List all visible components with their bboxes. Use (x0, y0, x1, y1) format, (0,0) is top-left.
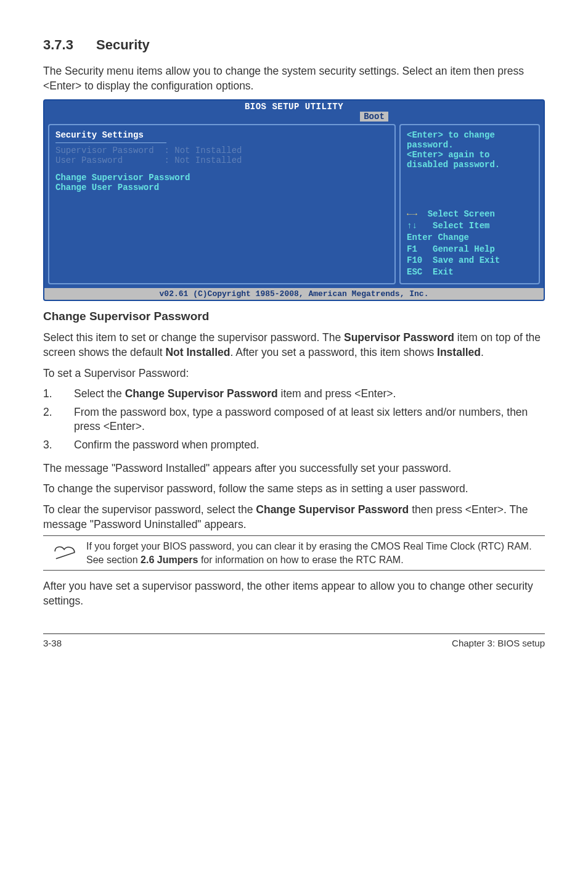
page-number: 3-38 (43, 638, 62, 648)
section-intro: The Security menu items allow you to cha… (43, 64, 545, 93)
bios-row-label: User Password (55, 155, 123, 165)
section-number: 3.7.3 (43, 37, 96, 53)
bios-key-help: ←→ Select Screen ↑↓ Select Item Enter Ch… (407, 208, 533, 278)
bios-key-label: General Help (433, 244, 495, 254)
bios-item-change-supervisor: Change Supervisor Password (55, 173, 388, 183)
step-number: 2. (43, 405, 74, 434)
bios-title: BIOS SETUP UTILITY (44, 101, 544, 112)
page-footer: 3-38 Chapter 3: BIOS setup (43, 633, 545, 648)
bios-key-label: Save and Exit (433, 255, 500, 265)
list-item: 2. From the password box, type a passwor… (43, 405, 545, 434)
section-heading: 3.7.3Security (43, 37, 545, 53)
paragraph-3: The message "Password Installed" appears… (43, 461, 545, 476)
bios-row-user: User Password : Not Installed (55, 155, 388, 165)
bios-divider (55, 142, 166, 143)
paragraph-5: To clear the supervisor password, select… (43, 503, 545, 532)
paragraph-4: To change the supervisor password, follo… (43, 482, 545, 497)
bios-screenshot: BIOS SETUP UTILITY Boot Security Setting… (43, 99, 545, 301)
bios-right-panel: <Enter> to change password. <Enter> agai… (399, 124, 540, 284)
bios-key-sym: ESC (407, 267, 422, 277)
list-item: 3. Confirm the password when prompted. (43, 438, 545, 453)
bios-key-label: Change (438, 233, 468, 242)
steps-list: 1. Select the Change Supervisor Password… (43, 387, 545, 453)
step-text: Select the Change Supervisor Password it… (74, 387, 396, 402)
bios-row-label: Supervisor Password (55, 146, 154, 155)
bios-key-label: Exit (433, 267, 454, 277)
paragraph-2: To set a Supervisor Password: (43, 366, 545, 381)
paragraph-6: After you have set a supervisor password… (43, 579, 545, 608)
step-text: From the password box, type a password c… (74, 405, 545, 434)
arrow-ud-icon: ↑↓ (407, 221, 417, 231)
note-icon (43, 540, 86, 563)
step-number: 1. (43, 387, 74, 402)
note-block: If you forget your BIOS password, you ca… (43, 535, 545, 571)
paragraph-1: Select this item to set or change the su… (43, 331, 545, 360)
chapter-label: Chapter 3: BIOS setup (452, 638, 545, 648)
bios-left-panel: Security Settings Supervisor Password : … (48, 124, 396, 284)
subheading-change-supervisor: Change Supervisor Password (43, 310, 545, 323)
bios-item-change-user: Change User Password (55, 183, 388, 192)
list-item: 1. Select the Change Supervisor Password… (43, 387, 545, 402)
bios-key-label: Select Item (433, 221, 489, 231)
bios-tab-boot: Boot (360, 112, 388, 122)
bios-key-label: Select Screen (428, 209, 495, 219)
step-text: Confirm the password when prompted. (74, 438, 259, 453)
bios-tab-bar: Boot (44, 112, 544, 124)
note-text: If you forget your BIOS password, you ca… (86, 540, 545, 566)
section-title: Security (96, 37, 150, 52)
bios-security-settings-heading: Security Settings (55, 130, 388, 140)
bios-key-sym: F10 (407, 255, 422, 265)
bios-hint-text: <Enter> to change password. <Enter> agai… (407, 130, 533, 170)
bios-footer: v02.61 (C)Copyright 1985-2008, American … (44, 288, 544, 300)
bios-row-supervisor: Supervisor Password : Not Installed (55, 146, 388, 155)
step-number: 3. (43, 438, 74, 453)
bios-key-sym: Enter (407, 233, 433, 242)
bios-row-value: : Not Installed (164, 155, 242, 165)
bios-key-sym: F1 (407, 244, 417, 254)
bios-row-value: : Not Installed (164, 146, 242, 155)
arrow-lr-icon: ←→ (407, 209, 417, 219)
